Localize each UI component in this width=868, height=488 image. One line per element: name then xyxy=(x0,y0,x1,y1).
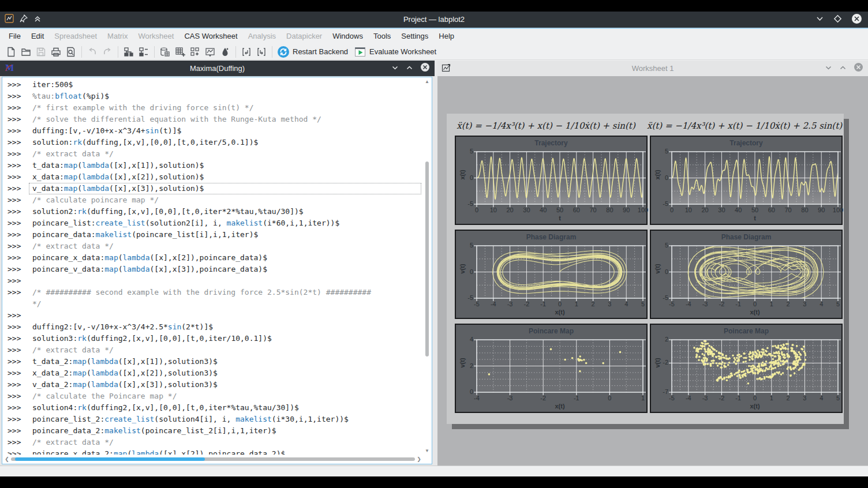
plot-poincare-map-right[interactable]: Poincare Map-5-4-3-2-10123452-2-7x(t)v(t… xyxy=(650,324,843,413)
maxima-minimize-icon[interactable] xyxy=(391,63,399,74)
evaluate-worksheet-button[interactable]: Evaluate Worksheet xyxy=(352,44,440,59)
code-line[interactable]: >>>poincare_list:create_list(solution2[i… xyxy=(2,217,422,229)
code-line[interactable]: >>>/* extract data */ xyxy=(2,437,422,448)
code-line[interactable]: >>>poincare_data_2:makelist(poincare_lis… xyxy=(2,425,422,437)
add-spreadsheet-button[interactable] xyxy=(158,44,173,59)
vertical-scroll-thumb[interactable] xyxy=(425,162,429,356)
prompt: >>> xyxy=(8,102,27,114)
code-line[interactable]: >>> xyxy=(2,275,422,287)
code-line[interactable]: >>>/* first example with the driving for… xyxy=(2,102,422,114)
menu-item-file[interactable]: File xyxy=(3,29,26,44)
code-horizontal-scrollbar[interactable]: ❮ ❯ xyxy=(4,456,422,463)
menu-item-settings[interactable]: Settings xyxy=(396,29,433,44)
menu-item-matrix: Matrix xyxy=(102,29,133,44)
y-axis-label: x(t) xyxy=(654,157,661,192)
worksheet-canvas[interactable]: ẍ(t) = −1/4x³(t) + x(t) − 1/10ẋ(t) + sin… xyxy=(437,76,868,466)
y-axis-label: v(t) xyxy=(654,251,661,286)
add-worksheet-button[interactable] xyxy=(188,44,203,59)
open-folder-icon xyxy=(20,46,32,58)
add-workbook-button[interactable] xyxy=(121,44,136,59)
code-line[interactable]: >>>x_data:map(lambda([x],x[2]),solution)… xyxy=(2,171,422,183)
save-button xyxy=(33,44,48,59)
maxima-close-icon[interactable] xyxy=(420,62,430,74)
code-line[interactable]: >>>%tau:bfloat(%pi)$ xyxy=(2,91,422,102)
close-button[interactable] xyxy=(851,13,862,27)
code-line[interactable]: >>>poincare_data:makelist(poincare_list[… xyxy=(2,229,422,241)
print-button[interactable] xyxy=(48,44,63,59)
plot-trajectory-right[interactable]: Trajectory010203040506070809010050-5tx(t… xyxy=(650,136,843,225)
menu-item-help[interactable]: Help xyxy=(433,29,459,44)
code-line[interactable]: >>>/* ########## second example with the… xyxy=(2,287,422,298)
code-line[interactable]: >>>/* extract data */ xyxy=(2,344,422,356)
code-line[interactable]: >>>/* extract data */ xyxy=(2,241,422,252)
code-text: solution4:rk(duffing2,[x,v],[0,0],[t,0,i… xyxy=(32,403,299,412)
prompt: >>> xyxy=(8,171,27,183)
x-tick-label: 100 xyxy=(828,207,848,213)
restart-backend-button[interactable]: Restart Backend xyxy=(275,44,352,59)
code-line[interactable]: >>>t_data:map(lambda([x],x[1]),solution)… xyxy=(2,160,422,171)
code-line[interactable]: >>>solution2:rk(duffing,[x,v],[0,0],[t,0… xyxy=(2,206,422,217)
code-line[interactable]: >>>/* solve the differential equation wi… xyxy=(2,114,422,125)
code-line[interactable]: */ xyxy=(2,298,422,310)
insert-text-entry-button[interactable] xyxy=(254,44,269,59)
horizontal-scroll-track[interactable] xyxy=(11,457,415,461)
prompt: >>> xyxy=(8,356,27,367)
new-document-button[interactable] xyxy=(3,44,18,59)
code-line[interactable]: >>>poincare_x_data:map(lambda([x],x[2]),… xyxy=(2,252,422,264)
prompt: >>> xyxy=(8,264,27,275)
code-line[interactable]: >>>duffing:[v,-v/10+x-x^3/4+sin(t)]$ xyxy=(2,125,422,137)
menu-item-windows[interactable]: Windows xyxy=(327,29,368,44)
maxima-maximize-icon[interactable] xyxy=(406,63,413,74)
code-line[interactable]: >>>solution:rk(duffing,[x,v],[0,0],[t,0,… xyxy=(2,137,422,148)
add-datapicker-button[interactable] xyxy=(203,44,218,59)
code-line[interactable]: >>>v_data:map(lambda([x],x[3]),solution)… xyxy=(2,183,422,194)
y-axis-label: v(t) xyxy=(459,251,466,286)
worksheet-maximize-icon[interactable] xyxy=(839,63,847,74)
plot-trajectory-left[interactable]: Trajectory010203040506070809010050-5tx(t… xyxy=(455,136,648,225)
insert-command-entry-button[interactable] xyxy=(239,44,254,59)
code-line[interactable]: >>>solution3:rk(duffing2,[x,v],[0,0],[t,… xyxy=(2,333,422,344)
scroll-left-icon[interactable]: ❮ xyxy=(4,456,10,463)
plot-phase-diagram-right[interactable]: Phase Diagram-5-4-3-2-101234550-5x(t)v(t… xyxy=(650,230,843,319)
code-vertical-scrollbar[interactable]: ▲ ▼ xyxy=(424,79,431,454)
worksheet-window-titlebar[interactable]: Worksheet 1 xyxy=(437,61,868,76)
code-line[interactable]: >>>poincare_list_2:create_list(solution4… xyxy=(2,414,422,425)
maxima-code-area[interactable]: >>>iter:500$>>>%tau:bfloat(%pi)$>>>/* fi… xyxy=(2,77,432,464)
maxima-window-titlebar[interactable]: M Maxima(Duffing) xyxy=(0,61,435,76)
plot-poincare-map-left[interactable]: Poincare Map-4-3-2-101420x(t)v(t) xyxy=(455,324,648,413)
worksheet-minimize-icon[interactable] xyxy=(825,63,832,74)
scroll-down-icon[interactable]: ▼ xyxy=(424,448,431,454)
code-line[interactable]: >>>v_data_2:map(lambda([x],x[3]),solutio… xyxy=(2,379,422,391)
code-line[interactable]: >>>poincare_x_data_2:map(lambda([x],x[2]… xyxy=(2,448,422,455)
add-matrix-button[interactable] xyxy=(173,44,188,59)
maximize-button[interactable] xyxy=(833,14,842,25)
code-text: solution:rk(duffing,[x,v],[0,0],[t,0,ite… xyxy=(32,138,258,147)
worksheet-close-icon[interactable] xyxy=(854,62,863,74)
horizontal-scroll-thumb[interactable] xyxy=(15,457,205,461)
open-folder-button[interactable] xyxy=(18,44,33,59)
y-tick-label: -5 xyxy=(457,294,473,301)
add-workbook-icon xyxy=(123,46,134,58)
menu-item-edit[interactable]: Edit xyxy=(26,29,49,44)
plot-phase-diagram-left[interactable]: Phase Diagram-5-4-3-2-101234550-5x(t)v(t… xyxy=(455,230,648,319)
add-note-button[interactable] xyxy=(218,44,233,59)
code-line[interactable]: >>>duffing2:[v,-v/10+x-x^3/4+2.5*sin(2*t… xyxy=(2,321,422,333)
code-line[interactable]: >>> xyxy=(2,310,422,321)
minimize-button[interactable] xyxy=(815,14,824,25)
code-line[interactable]: >>>t_data_2:map(lambda([x],x[1]),solutio… xyxy=(2,356,422,367)
code-line[interactable]: >>>iter:500$ xyxy=(2,79,422,91)
menu-item-tools[interactable]: Tools xyxy=(368,29,396,44)
add-notebook-button[interactable] xyxy=(136,44,151,59)
code-line[interactable]: >>>poincare_v_data:map(lambda([x],x[3]),… xyxy=(2,264,422,275)
code-line[interactable]: >>>/* calculate poincare map */ xyxy=(2,194,422,206)
menu-item-cas-worksheet[interactable]: CAS Worksheet xyxy=(179,29,242,44)
scroll-right-icon[interactable]: ❯ xyxy=(416,456,422,463)
scroll-up-icon[interactable]: ▲ xyxy=(424,79,431,85)
print-preview-button[interactable] xyxy=(63,44,78,59)
prompt: >>> xyxy=(8,206,27,217)
code-line[interactable]: >>>/* calculate the Poincare map */ xyxy=(2,391,422,402)
code-line[interactable]: >>>x_data_2:map(lambda([x],x[2]),solutio… xyxy=(2,367,422,379)
code-line[interactable]: >>>/* extract data */ xyxy=(2,148,422,160)
x-axis-label: x(t) xyxy=(672,309,838,316)
code-line[interactable]: >>>solution4:rk(duffing2,[x,v],[0,0],[t,… xyxy=(2,402,422,414)
